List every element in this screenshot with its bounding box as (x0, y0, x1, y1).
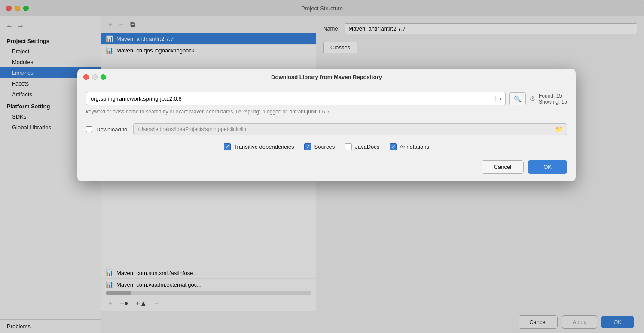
option-sources: Sources (304, 143, 335, 150)
found-count: Found: 15 (539, 93, 567, 99)
transitive-label: Transitive dependencies (234, 144, 294, 150)
option-transitive: Transitive dependencies (224, 143, 294, 150)
dialog-buttons: Cancel OK (77, 154, 576, 181)
search-dropdown-button[interactable]: ▾ (495, 96, 505, 101)
download-to-checkbox[interactable] (86, 126, 92, 132)
search-row: ▾ 🔍 ⚙ Found: 15 Showing: 15 (77, 86, 576, 109)
download-dialog: Download Library from Maven Repository ▾… (77, 69, 576, 181)
dialog-traffic-lights (83, 74, 106, 80)
dialog-ok-button[interactable]: OK (528, 160, 567, 174)
dialog-minimize-button[interactable] (92, 74, 98, 80)
javadocs-checkbox[interactable] (345, 143, 352, 150)
options-row: Transitive dependencies Sources JavaDocs… (77, 139, 576, 154)
sources-label: Sources (314, 144, 335, 150)
dialog-title-bar: Download Library from Maven Repository (77, 69, 576, 86)
dialog-title: Download Library from Maven Repository (271, 74, 382, 80)
javadocs-label: JavaDocs (355, 144, 379, 150)
download-row: Download to: /Users/jetbrains/IdeaProjec… (77, 120, 576, 139)
found-info: Found: 15 Showing: 15 (539, 93, 567, 105)
main-window: Project Structure ← → Project Settings P… (0, 0, 644, 333)
option-javadocs: JavaDocs (345, 143, 379, 150)
loading-spinner: ⚙ (529, 95, 535, 103)
modal-backdrop: Download Library from Maven Repository ▾… (0, 0, 644, 333)
dialog-cancel-button[interactable]: Cancel (482, 160, 524, 174)
annotations-checkbox[interactable] (390, 143, 397, 150)
annotations-label: Annotations (400, 144, 429, 150)
transitive-checkbox[interactable] (224, 143, 231, 150)
showing-count: Showing: 15 (539, 99, 567, 105)
hint-text: keyword or class name to search by or ex… (77, 109, 576, 120)
folder-icon[interactable]: 📁 (555, 126, 562, 133)
download-path-container: /Users/jetbrains/IdeaProjects/spring-pet… (133, 123, 567, 135)
dialog-maximize-button[interactable] (101, 74, 106, 80)
option-annotations: Annotations (390, 143, 429, 150)
download-to-label: Download to: (96, 126, 129, 133)
dialog-close-button[interactable] (83, 74, 89, 80)
search-input[interactable] (86, 92, 495, 105)
search-input-container: ▾ (86, 92, 506, 105)
download-path: /Users/jetbrains/IdeaProjects/spring-pet… (138, 126, 555, 132)
search-button[interactable]: 🔍 (509, 92, 526, 105)
sources-checkbox[interactable] (304, 143, 311, 150)
